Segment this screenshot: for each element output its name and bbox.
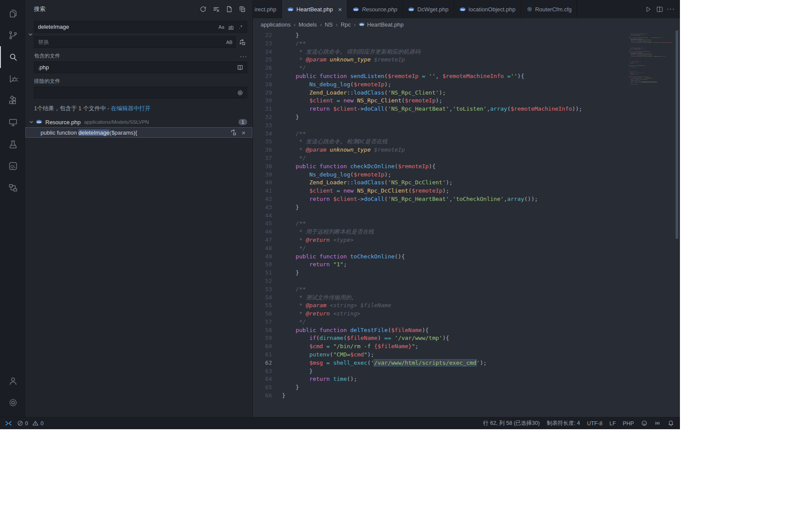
remote-indicator-icon[interactable] xyxy=(5,420,12,427)
status-encoding[interactable]: UTF-8 xyxy=(587,420,602,427)
breadcrumb-item-NS[interactable]: NS xyxy=(325,21,333,28)
replace-match-button replace-icon[interactable] xyxy=(229,129,237,136)
code-line-30[interactable]: 30 $client = new NS_Rpc_Client($remoteIp… xyxy=(253,97,625,105)
refresh-button refresh-icon[interactable] xyxy=(198,4,208,14)
code-line-32[interactable]: 32 } xyxy=(253,113,625,122)
code-line-55[interactable]: 55 * @param <string> $fileName xyxy=(253,302,625,310)
activity-bar-run-debug run-debug-icon[interactable] xyxy=(0,68,25,90)
code-line-57[interactable]: 57 */ xyxy=(253,318,625,326)
new-search-editor-button new-search-editor-icon[interactable] xyxy=(224,4,234,14)
code-line-27[interactable]: 27 public function sendListen($remoteIp … xyxy=(253,72,625,81)
result-match-row[interactable]: public function deleteImage($params){ × xyxy=(25,127,252,138)
activity-bar-settings gear-icon[interactable] xyxy=(0,392,25,414)
exclude-settings-toggle gear-icon[interactable] xyxy=(235,88,245,98)
activity-bar-pipeline pipeline-icon[interactable] xyxy=(0,177,25,199)
code-line-59[interactable]: 59 if(dirname($fileName) == '/var/www/tm… xyxy=(253,334,625,342)
minimap[interactable]: 22 }23 /**24 * 发送心跳命令, 得到回应并更新相应的机器码25 *… xyxy=(625,31,674,417)
activity-bar-extensions extensions-icon[interactable] xyxy=(0,90,25,112)
broadcast-icon[interactable] xyxy=(654,420,661,427)
code-line-41[interactable]: 41 $client = new NS_Rpc_DcClient($remote… xyxy=(253,187,625,195)
code-line-49[interactable]: 49 public function toCheckOnline(){ xyxy=(253,253,625,261)
status-cursor-position[interactable]: 行 62, 列 58 (已选择30) xyxy=(483,420,540,427)
code-line-29[interactable]: 29 Zend_Loader::loadClass('NS_Rpc_Client… xyxy=(253,89,625,97)
toggle-search-details-button[interactable]: ··· xyxy=(240,53,247,60)
code-line-33[interactable]: 33 xyxy=(253,122,625,130)
code-line-38[interactable]: 38 public function checkDcOnline($remote… xyxy=(253,163,625,171)
collapse-all-button collapse-all-icon[interactable] xyxy=(238,4,247,14)
tab-locationObject.php[interactable]: phplocationObject.php xyxy=(454,0,521,18)
scrollbar-thumb[interactable] xyxy=(676,31,678,239)
run-button run-icon[interactable] xyxy=(643,4,653,14)
code-line-26[interactable]: 26 */ xyxy=(253,64,625,72)
activity-bar-account account-icon[interactable] xyxy=(0,370,25,392)
match-case-toggle[interactable]: Aa xyxy=(217,23,226,31)
code-line-37[interactable]: 37 */ xyxy=(253,154,625,163)
feedback-smiley-icon[interactable] xyxy=(641,420,648,427)
breadcrumb-item-applications[interactable]: applications xyxy=(261,21,291,28)
code-line-22[interactable]: 22 } xyxy=(253,31,625,40)
code-line-50[interactable]: 50 return "1"; xyxy=(253,261,625,269)
breadcrumb-item-Rpc[interactable]: Rpc xyxy=(341,21,351,28)
code-line-35[interactable]: 35 * 发送心跳命令, 检测DC是否在线 xyxy=(253,138,625,146)
replace-input[interactable] xyxy=(38,39,225,45)
activity-bar-source-control source-control-icon[interactable] xyxy=(0,24,25,46)
code-line-54[interactable]: 54 * 测试文件传输用的, xyxy=(253,294,625,302)
code-line-25[interactable]: 25 * @param unknown_type $remoteIp xyxy=(253,56,625,64)
tab-DcWget.php[interactable]: phpDcWget.php xyxy=(403,0,454,18)
problems-status[interactable]: 0 0 xyxy=(17,420,46,427)
replace-all-button[interactable] xyxy=(238,37,247,47)
files-to-include-input[interactable] xyxy=(38,64,235,71)
clear-results-button clear-results-icon[interactable] xyxy=(211,4,221,14)
close-icon[interactable]: × xyxy=(338,6,342,13)
code-line-60[interactable]: 60 $cmd = "/bin/rm -f {$fileName}"; xyxy=(253,342,625,351)
editor-scrollbar[interactable] xyxy=(674,31,680,417)
split-editor-button split-editor-icon[interactable] xyxy=(655,4,664,14)
activity-bar-explorer files-icon[interactable] xyxy=(0,3,25,24)
files-to-exclude-input[interactable] xyxy=(38,89,235,96)
open-in-editor-link[interactable]: 在编辑器中打开 xyxy=(111,105,150,112)
code-line-64[interactable]: 64 return time(); xyxy=(253,375,625,383)
code-editor[interactable]: 22 }23 /**24 * 发送心跳命令, 得到回应并更新相应的机器码25 *… xyxy=(253,31,625,417)
regex-toggle[interactable]: .* xyxy=(236,23,245,31)
code-line-23[interactable]: 23 /** xyxy=(253,40,625,48)
code-line-51[interactable]: 51 } xyxy=(253,269,625,277)
dismiss-match-button close-icon[interactable]: × xyxy=(240,129,248,136)
activity-bar-search search-icon[interactable] xyxy=(0,46,25,68)
code-line-28[interactable]: 28 Ns_debug_log($remoteIp); xyxy=(253,81,625,89)
code-line-45[interactable]: 45 /** xyxy=(253,220,625,228)
notifications-bell-icon[interactable] xyxy=(668,420,674,427)
tab-RouterCfm.cfg[interactable]: RouterCfm.cfg xyxy=(521,0,578,18)
whole-word-toggle[interactable]: ab xyxy=(227,23,235,31)
code-line-63[interactable]: 63 } xyxy=(253,367,625,376)
status-eol[interactable]: LF xyxy=(609,420,616,427)
code-line-58[interactable]: 58 public function delTestFile($fileName… xyxy=(253,326,625,335)
toggle-replace-button[interactable] xyxy=(27,21,34,48)
activity-bar-remote-explorer remote-explorer-icon[interactable] xyxy=(0,112,25,133)
code-line-34[interactable]: 34 /** xyxy=(253,130,625,138)
code-line-47[interactable]: 47 * @return <type> xyxy=(253,236,625,244)
chevron-down-icon[interactable] xyxy=(28,119,35,125)
tab-Resource.php[interactable]: phpResource.php xyxy=(347,0,403,18)
code-line-40[interactable]: 40 Zend_Loader::loadClass('NS_Rpc_DcClie… xyxy=(253,179,625,187)
breadcrumb-item-HeartBeat.php[interactable]: HeartBeat.php xyxy=(367,21,404,28)
breadcrumb-item-Models[interactable]: Models xyxy=(299,21,317,28)
code-line-56[interactable]: 56 * @return <string> xyxy=(253,310,625,318)
code-line-36[interactable]: 36 * @param unknown_type $remoteIp xyxy=(253,146,625,154)
code-line-65[interactable]: 65 } xyxy=(253,383,625,392)
code-line-53[interactable]: 53 /** xyxy=(253,285,625,294)
code-line-39[interactable]: 39 Ns_debug_log($remoteIp); xyxy=(253,171,625,179)
preserve-case-toggle[interactable]: AB xyxy=(225,38,234,47)
code-line-66[interactable]: 66} xyxy=(253,392,625,400)
tab-HeartBeat.php[interactable]: phpHeartBeat.php× xyxy=(282,0,348,18)
result-file-row[interactable]: php Resource.php applications/Models/SSL… xyxy=(25,117,252,127)
code-line-24[interactable]: 24 * 发送心跳命令, 得到回应并更新相应的机器码 xyxy=(253,48,625,56)
code-line-52[interactable]: 52 xyxy=(253,277,625,285)
code-line-62[interactable]: 62 $msg = shell_exec('/var/www/html/scri… xyxy=(253,359,625,367)
code-line-46[interactable]: 46 * 用于远程判断本机是否在线 xyxy=(253,228,625,236)
search-input[interactable] xyxy=(38,24,217,30)
code-line-42[interactable]: 42 return $client->doCall('NS_Rpc_HeartB… xyxy=(253,195,625,203)
code-line-48[interactable]: 48 */ xyxy=(253,244,625,253)
status-indentation[interactable]: 制表符长度: 4 xyxy=(547,420,580,427)
code-line-31[interactable]: 31 return $client->doCall('NS_Rpc_HeartB… xyxy=(253,105,625,113)
code-line-43[interactable]: 43 } xyxy=(253,203,625,212)
